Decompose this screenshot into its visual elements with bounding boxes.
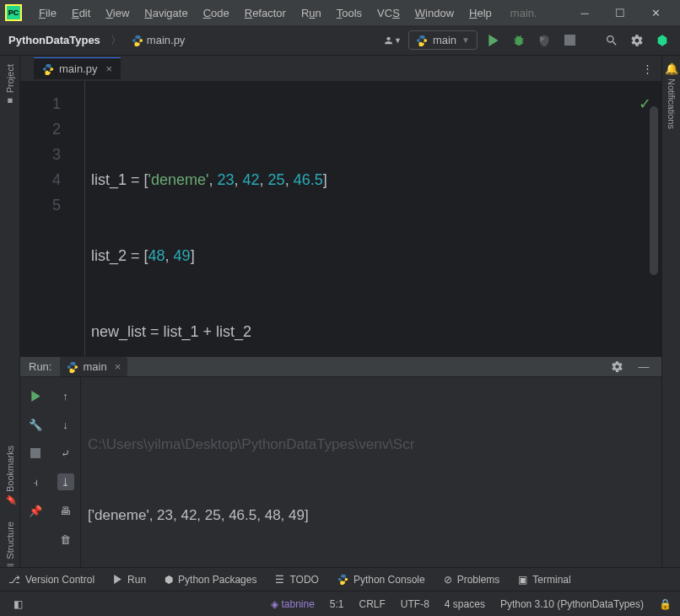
bell-icon[interactable]: 🔔 [665,62,678,75]
caret-position[interactable]: 5:1 [330,598,344,610]
svg-rect-1 [30,448,40,458]
python-icon [42,63,54,75]
tabnine-status[interactable]: ◈ tabnine [271,598,315,610]
menu-help[interactable]: Help [462,3,499,23]
code-with-me-button[interactable] [653,31,672,50]
user-icon[interactable]: ▼ [383,31,402,50]
python-icon [67,361,78,373]
debug-button[interactable] [510,31,528,50]
print-icon[interactable]: 🖶 [57,502,74,519]
pycharm-logo: PC [5,4,22,21]
run-config-selector[interactable]: main ▼ [408,30,478,50]
navigation-bar: PythonDataTypes 〉 main.py ▼ main ▼ [0,25,680,56]
breadcrumb-separator: 〉 [111,33,121,48]
close-window-button[interactable]: ✕ [650,7,661,19]
left-tool-panel: ■Project 🔖Bookmarks ⫴Structure [0,56,20,591]
settings-button[interactable] [628,31,646,50]
python-console-button[interactable]: Python Console [337,574,425,586]
warning-icon: ⊘ [444,574,452,586]
stop-run-button[interactable] [27,445,44,462]
problems-button[interactable]: ⊘Problems [444,574,500,586]
scroll-to-end-icon[interactable]: ⤓ [57,473,74,490]
close-tab-icon[interactable]: × [106,62,113,75]
structure-tool-button[interactable]: ⫴Structure [5,521,15,567]
breadcrumb-project[interactable]: PythonDataTypes [8,34,100,46]
menu-file[interactable]: File [32,3,63,23]
menu-run[interactable]: Run [294,3,328,23]
line-number: 2 [20,116,61,142]
run-tab-label: main [83,360,106,373]
python-icon [337,574,348,585]
menu-tools[interactable]: Tools [330,3,369,23]
python-packages-button[interactable]: ⬢Python Packages [165,574,256,586]
editor-scrollbar[interactable] [650,106,658,275]
indent-config[interactable]: 4 spaces [445,598,485,610]
lock-icon[interactable]: 🔒 [659,598,672,610]
softwrap-icon[interactable]: ⤶ [57,445,74,462]
interpreter[interactable]: Python 3.10 (PythonDataTypes) [500,598,644,610]
editor-tab-bar: main.py × ⋮ [20,56,661,81]
run-button[interactable] [484,31,503,50]
tab-options-icon[interactable]: ⋮ [642,62,653,75]
close-run-tab-icon[interactable]: × [115,360,121,373]
notifications-tool-button[interactable]: Notifications [667,78,677,129]
run-title: Run: [29,360,51,373]
run-config-label: main [433,34,456,46]
run-settings-icon[interactable] [607,358,626,376]
editor-tab[interactable]: main.py × [34,57,121,79]
play-icon [113,575,122,584]
line-number: 4 [20,167,61,192]
rerun-button[interactable] [27,387,44,404]
bookmarks-tool-button[interactable]: 🔖Bookmarks [4,446,15,506]
console-path: C:\Users\yilma\Desktop\PythonDataTypes\v… [88,433,655,457]
run-header: Run: main × — [20,357,661,377]
project-tool-button[interactable]: ■Project [5,64,15,106]
terminal-button[interactable]: ▣Terminal [518,574,570,586]
menu-refactor[interactable]: Refactor [238,3,293,23]
python-icon [132,35,143,46]
window-title-suffix: main. [510,7,537,19]
console-stdout: ['deneme', 23, 42, 25, 46.5, 48, 49] [88,504,655,527]
branch-icon: ⎇ [8,574,20,586]
layout-icon[interactable]: ⫞ [27,473,44,490]
code-editor[interactable]: 1 2 3 4 5 list_1 = ['deneme', 23, 42, 25… [20,81,661,356]
menu-edit[interactable]: Edit [65,3,97,23]
run-tool-button[interactable]: Run [113,574,146,586]
line-separator[interactable]: CRLF [359,598,386,610]
line-number: 1 [20,91,61,116]
breadcrumb-file[interactable]: main.py [132,34,186,46]
maximize-button[interactable]: ☐ [614,7,626,19]
todo-button[interactable]: ☰TODO [275,574,318,586]
search-button[interactable] [602,31,621,50]
bottom-tool-bar: ⎇Version Control Run ⬢Python Packages ☰T… [0,567,680,591]
wrench-icon[interactable]: 🔧 [27,416,44,433]
gutter: 1 2 3 4 5 [20,81,84,356]
pin-icon[interactable]: 📌 [27,502,44,519]
editor-tab-label: main.py [59,62,98,75]
right-tool-panel: 🔔 Notifications [661,56,680,591]
menu-view[interactable]: View [99,3,136,23]
run-tab[interactable]: main × [60,357,127,376]
menu-window[interactable]: Window [408,3,461,23]
tool-windows-icon[interactable]: ◧ [8,595,27,613]
down-stack-icon[interactable]: ↓ [57,416,74,433]
stop-button[interactable] [560,31,579,50]
run-tool-window: Run: main × — 🔧 ⫞ 📌 ↑ ↓ ⤶ ⤓ 🖶 🗑 C:\User [20,356,661,591]
menu-navigate[interactable]: Navigate [138,3,194,23]
minimize-button[interactable]: ─ [579,7,591,19]
up-stack-icon[interactable]: ↑ [57,387,74,404]
hide-run-icon[interactable]: — [634,358,653,376]
menu-vcs[interactable]: VCS [370,3,407,23]
packages-icon: ⬢ [165,574,173,586]
trash-icon[interactable]: 🗑 [57,531,74,548]
breadcrumb-file-label: main.py [147,34,186,46]
todo-icon: ☰ [275,574,284,586]
status-bar: ◧ ◈ tabnine 5:1 CRLF UTF-8 4 spaces Pyth… [0,591,680,616]
line-number: 3 [20,142,61,167]
run-coverage-button[interactable] [535,31,553,50]
code-area[interactable]: list_1 = ['deneme', 23, 42, 25, 46.5] li… [84,81,661,356]
file-encoding[interactable]: UTF-8 [401,598,429,610]
version-control-button[interactable]: ⎇Version Control [8,574,94,586]
svg-rect-0 [564,35,575,46]
menu-code[interactable]: Code [197,3,236,23]
